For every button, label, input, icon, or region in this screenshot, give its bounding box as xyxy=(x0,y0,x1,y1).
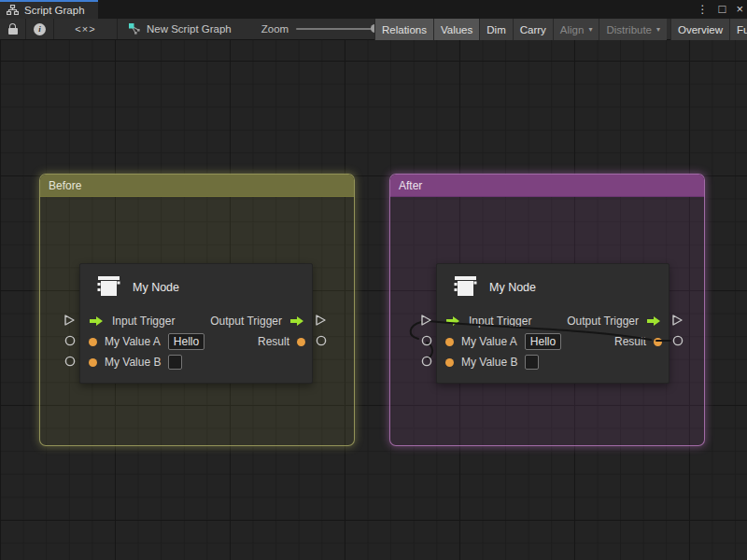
zoom-slider[interactable] xyxy=(296,28,378,30)
zoom-label: Zoom xyxy=(261,23,289,35)
node-my-node-before[interactable]: My Node Input Trigger Output Trigger My … xyxy=(79,263,313,384)
external-ports-left[interactable] xyxy=(419,314,434,370)
fullscreen-button-label: Full Screen xyxy=(737,24,747,35)
value-b-input[interactable] xyxy=(525,355,539,370)
flow-out-icon xyxy=(646,315,662,327)
dim-toggle[interactable]: Dim xyxy=(479,19,512,40)
external-flow-port-icon xyxy=(65,315,74,325)
toolbar-separator xyxy=(117,19,118,39)
port-my-value-a[interactable]: My Value A Hello xyxy=(89,333,204,350)
external-value-port-icon xyxy=(65,336,74,344)
group-before-title: Before xyxy=(49,179,81,192)
info-icon: i xyxy=(34,23,46,35)
port-label: Result xyxy=(614,335,646,348)
node-title: My Node xyxy=(133,281,179,294)
code-icon: <×> xyxy=(75,23,95,35)
toolbar-toggle-buttons: Relations Values Dim Carry Align ▾ Distr… xyxy=(374,19,747,40)
unit-icon xyxy=(94,274,122,301)
port-label: My Value B xyxy=(105,356,161,369)
carry-toggle-label: Carry xyxy=(520,24,546,35)
lock-button[interactable] xyxy=(0,19,25,39)
external-flow-port-icon xyxy=(673,315,682,325)
code-view-button[interactable]: <×> xyxy=(54,19,117,39)
relations-toggle[interactable]: Relations xyxy=(374,19,433,40)
value-port-icon xyxy=(89,358,97,367)
port-my-value-b[interactable]: My Value B xyxy=(89,355,182,370)
port-label: My Value A xyxy=(461,335,517,348)
info-button[interactable]: i xyxy=(26,19,53,39)
dim-toggle-label: Dim xyxy=(486,24,505,35)
port-result[interactable]: Result xyxy=(614,335,662,348)
external-flow-port-icon xyxy=(317,315,325,325)
external-ports-left[interactable] xyxy=(63,314,78,370)
chevron-down-icon: ▾ xyxy=(656,25,660,34)
group-after-title: After xyxy=(399,179,422,192)
align-dropdown[interactable]: Align ▾ xyxy=(553,19,599,40)
overview-button[interactable]: Overview xyxy=(670,19,729,40)
lock-icon xyxy=(8,23,18,35)
port-output-trigger[interactable]: Output Trigger xyxy=(210,315,305,328)
node-header[interactable]: My Node xyxy=(80,264,312,311)
carry-toggle[interactable]: Carry xyxy=(513,19,553,40)
flow-in-icon xyxy=(445,315,461,327)
port-output-trigger[interactable]: Output Trigger xyxy=(567,315,662,328)
graph-breadcrumb[interactable]: New Script Graph xyxy=(128,19,232,39)
external-value-port-icon xyxy=(422,357,430,365)
maximize-icon[interactable]: □ xyxy=(719,0,726,19)
external-value-port-icon xyxy=(673,336,682,344)
distribute-dropdown[interactable]: Distribute ▾ xyxy=(599,19,667,40)
external-value-port-icon xyxy=(65,357,74,365)
port-my-value-a[interactable]: My Value A Hello xyxy=(445,333,561,350)
graph-canvas[interactable]: Before After xyxy=(0,40,747,560)
value-port-icon xyxy=(445,338,454,346)
relations-toggle-label: Relations xyxy=(382,24,427,35)
value-port-icon xyxy=(445,358,454,367)
port-input-trigger[interactable]: Input Trigger xyxy=(445,315,531,328)
node-title: My Node xyxy=(489,281,536,294)
value-b-input[interactable] xyxy=(168,355,182,370)
external-value-port-icon xyxy=(317,336,325,344)
port-label: Output Trigger xyxy=(567,315,639,328)
node-header[interactable]: My Node xyxy=(437,264,669,311)
values-toggle[interactable]: Values xyxy=(433,19,479,40)
external-value-port-icon xyxy=(422,336,430,344)
fullscreen-button[interactable]: Full Screen xyxy=(729,19,747,40)
node-my-node-after[interactable]: My Node Input Trigger Output Trigger My … xyxy=(436,263,669,384)
tab-script-graph[interactable]: Script Graph xyxy=(0,0,98,19)
unit-icon xyxy=(451,274,479,301)
port-my-value-b[interactable]: My Value B xyxy=(445,355,539,370)
graph-breadcrumb-label: New Script Graph xyxy=(147,23,232,35)
overview-button-label: Overview xyxy=(678,24,723,35)
port-input-trigger[interactable]: Input Trigger xyxy=(89,315,175,328)
group-before-header[interactable]: Before xyxy=(40,175,354,197)
external-ports-right[interactable] xyxy=(314,314,329,351)
port-label: Output Trigger xyxy=(210,315,282,328)
window-menu-icon[interactable]: ⋮ xyxy=(698,0,709,19)
close-icon[interactable]: × xyxy=(736,0,743,19)
window-controls: ⋮ □ × xyxy=(698,0,743,19)
port-result[interactable]: Result xyxy=(258,335,305,348)
port-label: Result xyxy=(258,335,289,348)
port-label: My Value B xyxy=(461,356,517,369)
port-label: My Value A xyxy=(105,335,161,348)
value-port-icon xyxy=(297,338,305,346)
external-flow-port-icon xyxy=(422,315,430,325)
tab-label: Script Graph xyxy=(24,5,85,16)
value-port-icon xyxy=(654,338,662,346)
distribute-dropdown-label: Distribute xyxy=(606,24,652,35)
graph-toolbar: i <×> New Script Graph Zoom 1x Relations… xyxy=(0,19,747,40)
chevron-down-icon: ▾ xyxy=(588,25,592,34)
external-ports-right[interactable] xyxy=(670,314,685,351)
value-a-input[interactable]: Hello xyxy=(525,333,561,350)
flow-out-icon xyxy=(289,315,305,327)
port-label: Input Trigger xyxy=(112,315,175,328)
group-after-header[interactable]: After xyxy=(390,175,704,197)
graph-hierarchy-icon xyxy=(7,5,19,17)
value-port-icon xyxy=(89,338,97,346)
align-dropdown-label: Align xyxy=(560,24,585,35)
port-label: Input Trigger xyxy=(469,315,531,328)
script-graph-icon xyxy=(128,22,140,36)
tab-strip: Script Graph ⋮ □ × xyxy=(0,0,747,19)
value-a-input[interactable]: Hello xyxy=(168,333,204,350)
flow-in-icon xyxy=(89,315,105,327)
